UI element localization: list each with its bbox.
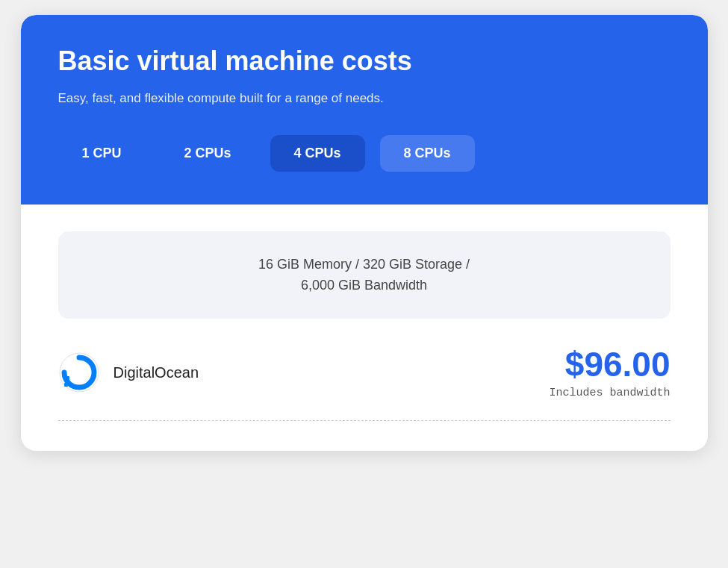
svg-rect-2 — [64, 383, 68, 387]
provider-name: DigitalOcean — [113, 364, 199, 381]
digitalocean-logo — [58, 352, 100, 393]
provider-info: DigitalOcean — [58, 352, 199, 393]
svg-rect-1 — [64, 376, 69, 381]
price-display: $96.00 — [549, 346, 670, 384]
specs-line1: 16 GiB Memory / 320 GiB Storage / — [258, 257, 470, 272]
pricing-card: Basic virtual machine costs Easy, fast, … — [21, 15, 708, 451]
cpu-tab-8[interactable]: 8 CPUs — [380, 135, 475, 172]
specs-line2: 6,000 GiB Bandwidth — [301, 278, 427, 293]
cpu-tab-4[interactable]: 4 CPUs — [270, 135, 365, 172]
page-title: Basic virtual machine costs — [58, 45, 671, 77]
cpu-tab-group: 1 CPU 2 CPUs 4 CPUs 8 CPUs — [58, 135, 671, 172]
body-section: 16 GiB Memory / 320 GiB Storage / 6,000 … — [21, 205, 708, 451]
cpu-tab-2[interactable]: 2 CPUs — [161, 135, 255, 172]
header-section: Basic virtual machine costs Easy, fast, … — [21, 15, 708, 205]
page-subtitle: Easy, fast, and flexible compute built f… — [58, 89, 671, 108]
specs-box: 16 GiB Memory / 320 GiB Storage / 6,000 … — [58, 231, 671, 319]
provider-pricing: $96.00 Includes bandwidth — [549, 346, 670, 399]
svg-rect-3 — [69, 383, 73, 387]
specs-text: 16 GiB Memory / 320 GiB Storage / 6,000 … — [73, 254, 656, 297]
price-note: Includes bandwidth — [549, 387, 670, 399]
provider-row: DigitalOcean $96.00 Includes bandwidth — [58, 346, 671, 421]
cpu-tab-1[interactable]: 1 CPU — [58, 135, 146, 172]
